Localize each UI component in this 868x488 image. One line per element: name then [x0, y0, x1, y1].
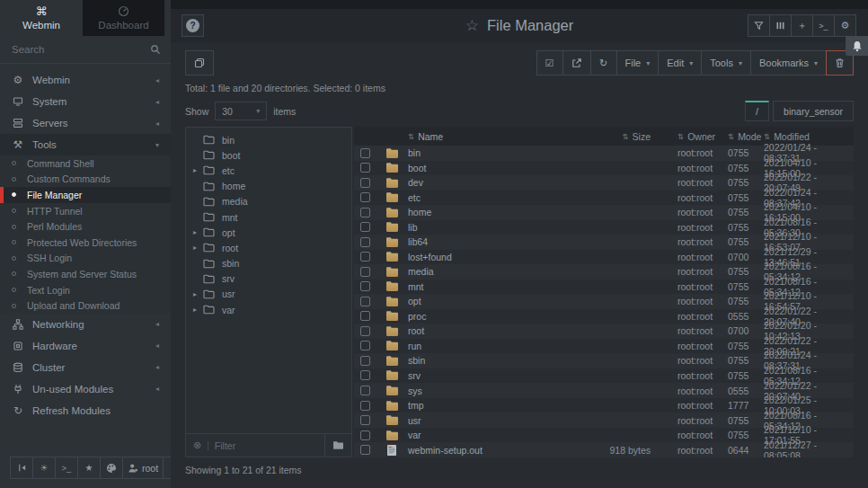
favorites-button[interactable]: ★ [77, 457, 101, 479]
breadcrumb-root-button[interactable]: / [745, 101, 769, 121]
file-name-link[interactable]: etc [408, 192, 584, 203]
tree-filter-input[interactable]: Filter [215, 440, 324, 451]
collapse-sidebar-button[interactable] [10, 457, 33, 479]
filter-button[interactable] [748, 14, 770, 37]
sidebar-subitem-file-manager[interactable]: File Manager [0, 187, 171, 203]
tree-item-etc[interactable]: ▸etc [186, 163, 351, 178]
tree-item-opt[interactable]: ▸opt [186, 225, 351, 240]
tree-item-root[interactable]: ▸root [186, 240, 351, 255]
columns-button[interactable] [769, 14, 792, 37]
row-checkbox[interactable] [360, 341, 370, 350]
sidebar-item-cluster[interactable]: Cluster◂ [0, 357, 171, 378]
tab-webmin[interactable]: ⌘ Webmin [0, 0, 83, 36]
sidebar-subitem-command-shell[interactable]: Command Shell [0, 155, 171, 172]
sidebar-item-networking[interactable]: Networking◂ [0, 314, 171, 335]
menu-file[interactable]: File▾ [616, 50, 660, 75]
row-checkbox[interactable] [360, 178, 370, 188]
share-button[interactable] [562, 50, 591, 75]
chevron-right-icon[interactable]: ▸ [193, 290, 203, 298]
sidebar-subitem-ssh-login[interactable]: SSH Login [0, 251, 171, 267]
sidebar-item-hardware[interactable]: Hardware◂ [0, 335, 171, 357]
sidebar-subitem-perl-modules[interactable]: Perl Modules [0, 218, 171, 235]
row-checkbox[interactable] [360, 222, 370, 232]
sidebar-subitem-upload-and-download[interactable]: Upload and Download [0, 297, 171, 314]
column-header-name[interactable]: ⇅Name [408, 131, 584, 142]
column-header-mode[interactable]: ⇅Mode [719, 131, 760, 142]
tree-item-sbin[interactable]: sbin [186, 256, 351, 271]
file-name-link[interactable]: boot [408, 163, 584, 173]
menu-tools[interactable]: Tools▾ [701, 50, 751, 75]
tree-item-usr[interactable]: ▸usr [186, 287, 351, 302]
chevron-right-icon[interactable]: ▸ [193, 166, 203, 174]
terminal-button[interactable]: >_ [812, 14, 835, 37]
file-name-link[interactable]: home [408, 207, 584, 217]
row-checkbox[interactable] [360, 252, 370, 262]
sidebar-item-tools[interactable]: ⚒Tools▾ [0, 134, 171, 155]
row-checkbox[interactable] [360, 311, 370, 321]
sidebar-item-un-used-modules[interactable]: Un-used Modules◂ [0, 378, 171, 400]
file-name-link[interactable]: usr [408, 415, 584, 426]
file-name-link[interactable]: sys [408, 386, 584, 396]
folders-only-button[interactable] [324, 434, 351, 457]
search-input[interactable] [12, 44, 150, 55]
chevron-right-icon[interactable]: ▸ [193, 306, 203, 314]
breadcrumb-current-button[interactable]: binary_sensor [773, 101, 854, 121]
file-name-link[interactable]: media [408, 266, 584, 277]
column-header-modified[interactable]: ⇅Modified [760, 131, 854, 142]
refresh-button[interactable]: ↻ [590, 50, 617, 75]
row-checkbox[interactable] [360, 386, 370, 395]
row-checkbox[interactable] [360, 267, 370, 277]
notifications-bell[interactable] [846, 36, 868, 56]
row-checkbox[interactable] [360, 326, 370, 336]
theme-button[interactable]: ☀ [32, 457, 56, 479]
user-button[interactable]: root [122, 457, 164, 479]
per-page-select[interactable]: 30 ▾ [215, 102, 267, 120]
file-name-link[interactable]: var [408, 430, 584, 440]
file-name-link[interactable]: opt [408, 296, 584, 306]
tree-item-boot[interactable]: boot [186, 147, 351, 163]
settings-button[interactable]: ⚙ [834, 14, 856, 37]
file-name-link[interactable]: root [408, 325, 584, 336]
file-name-link[interactable]: sbin [408, 355, 584, 366]
column-header-size[interactable]: ⇅Size [584, 131, 665, 142]
row-checkbox[interactable] [360, 370, 370, 380]
tree-item-srv[interactable]: srv [186, 271, 351, 287]
tree-item-home[interactable]: home [186, 179, 351, 194]
tree-item-var[interactable]: ▸var [186, 302, 351, 317]
row-checkbox[interactable] [360, 208, 370, 217]
file-name-link[interactable]: mnt [408, 281, 584, 292]
row-checkbox[interactable] [360, 430, 370, 440]
shell-button[interactable]: >_ [55, 457, 78, 479]
row-checkbox[interactable] [360, 356, 370, 366]
sidebar-subitem-protected-web-directories[interactable]: Protected Web Directories [0, 235, 171, 251]
file-name-link[interactable]: dev [408, 177, 584, 188]
sidebar-subitem-text-login[interactable]: Text Login [0, 282, 171, 298]
tree-item-media[interactable]: media [186, 194, 351, 209]
file-name-link[interactable]: run [408, 341, 584, 351]
chevron-right-icon[interactable]: ▸ [193, 228, 203, 236]
help-button[interactable]: ? [182, 14, 204, 37]
file-name-link[interactable]: proc [408, 311, 584, 322]
sidebar-item-system[interactable]: System◂ [0, 91, 171, 112]
menu-edit[interactable]: Edit▾ [658, 50, 702, 75]
file-name-link[interactable]: tmp [408, 400, 584, 411]
menu-bookmarks[interactable]: Bookmarks▾ [750, 50, 827, 75]
file-name-link[interactable]: lib [408, 222, 584, 233]
tree-item-mnt[interactable]: mnt [186, 209, 351, 225]
row-checkbox[interactable] [360, 148, 370, 158]
tree-item-bin[interactable]: bin [186, 132, 351, 147]
copy-path-button[interactable] [185, 50, 214, 75]
file-name-link[interactable]: webmin-setup.out [408, 445, 584, 456]
sidebar-item-servers[interactable]: Servers◂ [0, 112, 171, 134]
row-checkbox[interactable] [360, 237, 370, 247]
sidebar-item-refresh-modules[interactable]: ↻Refresh Modules [0, 400, 171, 421]
sidebar-item-webmin[interactable]: ⚙Webmin◂ [0, 69, 171, 91]
column-header-owner[interactable]: ⇅Owner [665, 131, 719, 142]
file-name-link[interactable]: bin [408, 147, 584, 158]
row-checkbox[interactable] [360, 401, 370, 411]
row-checkbox[interactable] [360, 415, 370, 425]
file-name-link[interactable]: lib64 [408, 236, 584, 247]
row-checkbox[interactable] [360, 281, 370, 291]
add-tab-button[interactable]: ＋ [791, 14, 813, 37]
file-name-link[interactable]: lost+found [408, 252, 584, 262]
